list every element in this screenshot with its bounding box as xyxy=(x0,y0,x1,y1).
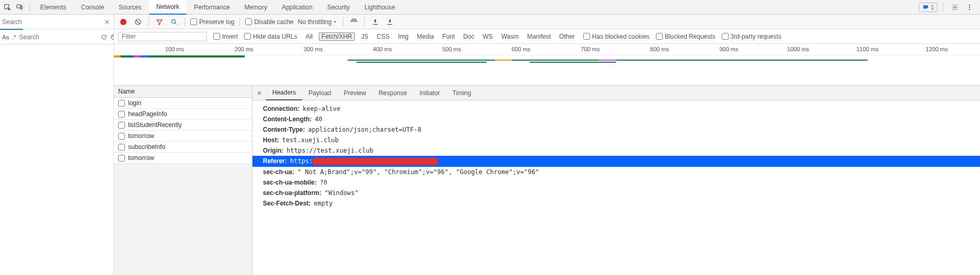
third-party-label: 3rd-party requests xyxy=(731,33,781,40)
tick: 100 ms xyxy=(165,46,184,52)
dtab-payload[interactable]: Payload xyxy=(302,86,337,100)
dtab-headers[interactable]: Headers xyxy=(266,86,302,100)
header-value: keep-alive xyxy=(303,105,340,112)
tab-application[interactable]: Application xyxy=(274,0,320,15)
tick: 1000 ms xyxy=(787,46,809,52)
dtab-timing[interactable]: Timing xyxy=(446,86,478,100)
header-name: Referer: xyxy=(263,157,287,165)
chip-js[interactable]: JS xyxy=(359,32,371,41)
request-row[interactable]: subscribeInfo xyxy=(114,142,252,153)
chip-fetch-xhr[interactable]: Fetch/XHR xyxy=(319,32,355,41)
request-row[interactable]: headPageInfo xyxy=(114,109,252,120)
svg-point-9 xyxy=(120,19,126,25)
tab-sources[interactable]: Sources xyxy=(111,0,149,15)
header-line-selected[interactable]: Referer:https: xyxy=(252,156,980,167)
third-party-checkbox[interactable]: 3rd-party requests xyxy=(722,33,781,40)
row-checkbox[interactable] xyxy=(118,144,125,151)
throttling-select[interactable]: No throttling xyxy=(298,18,338,26)
tick: 200 ms xyxy=(235,46,253,52)
headers-body[interactable]: Connection:keep-alive Content-Length:40 … xyxy=(252,100,980,275)
header-name: sec-ch-ua-platform: xyxy=(263,189,321,197)
filter-input[interactable] xyxy=(118,32,207,41)
hide-data-urls-checkbox[interactable]: Hide data URLs xyxy=(244,33,297,40)
tick: 500 ms xyxy=(442,46,461,52)
hide-data-label: Hide data URLs xyxy=(253,33,297,40)
search-input-2[interactable] xyxy=(19,33,98,41)
record-icon[interactable] xyxy=(118,17,129,27)
clear-icon[interactable] xyxy=(133,17,143,27)
filter-icon[interactable] xyxy=(154,17,165,27)
request-row[interactable]: listStudentRecently xyxy=(114,120,252,131)
timeline-bar xyxy=(512,60,599,61)
disable-cache-checkbox[interactable]: Disable cache xyxy=(245,18,293,26)
header-value: ?0 xyxy=(320,179,327,186)
request-name: headPageInfo xyxy=(128,110,167,118)
preserve-log-label: Preserve log xyxy=(199,18,234,26)
svg-rect-3 xyxy=(923,5,928,8)
header-value: application/json;charset=UTF-8 xyxy=(308,126,421,133)
preserve-log-checkbox[interactable]: Preserve log xyxy=(190,18,234,26)
timeline-overview[interactable]: 100 ms 200 ms 300 ms 400 ms 500 ms 600 m… xyxy=(114,44,980,86)
inspect-icon[interactable] xyxy=(1,1,14,14)
header-name: Sec-Fetch-Dest: xyxy=(263,200,310,207)
chip-css[interactable]: CSS xyxy=(375,32,392,41)
tab-console[interactable]: Console xyxy=(74,0,111,15)
row-checkbox[interactable] xyxy=(118,155,125,162)
refresh-icon[interactable] xyxy=(101,33,107,41)
column-header-name[interactable]: Name xyxy=(114,86,252,98)
close-icon[interactable] xyxy=(103,18,111,26)
header-line: Content-Type:application/json;charset=UT… xyxy=(263,124,980,135)
tab-memory[interactable]: Memory xyxy=(237,0,274,15)
row-checkbox[interactable] xyxy=(118,100,125,107)
tab-network[interactable]: Network xyxy=(149,0,187,15)
search-input[interactable] xyxy=(2,18,103,26)
dtab-preview[interactable]: Preview xyxy=(338,86,373,100)
tab-lighthouse[interactable]: Lighthouse xyxy=(357,0,402,15)
kebab-icon[interactable] xyxy=(963,1,976,14)
tab-performance[interactable]: Performance xyxy=(187,0,237,15)
chip-media[interactable]: Media xyxy=(414,32,436,41)
request-row[interactable]: login xyxy=(114,98,252,109)
row-checkbox[interactable] xyxy=(118,111,125,118)
header-line: sec-ch-ua:" Not A;Brand";v="99", "Chromi… xyxy=(263,167,980,177)
close-icon[interactable]: × xyxy=(252,89,266,97)
request-row[interactable]: tomorrow xyxy=(114,153,252,164)
download-icon[interactable] xyxy=(385,17,395,27)
header-name: Content-Type: xyxy=(263,126,305,133)
upload-icon[interactable] xyxy=(370,17,381,27)
request-name: listStudentRecently xyxy=(128,121,182,129)
tab-security[interactable]: Security xyxy=(320,0,357,15)
blocked-requests-checkbox[interactable]: Blocked Requests xyxy=(656,33,716,40)
gear-icon[interactable] xyxy=(949,1,961,14)
svg-point-5 xyxy=(969,4,970,5)
dtab-initiator[interactable]: Initiator xyxy=(413,86,446,100)
chip-img[interactable]: Img xyxy=(396,32,410,41)
has-blocked-cookies-checkbox[interactable]: Has blocked cookies xyxy=(583,33,650,40)
search-icon[interactable] xyxy=(169,17,179,27)
badge-count: 1 xyxy=(931,4,934,10)
chip-other[interactable]: Other xyxy=(557,32,577,41)
header-name: Host: xyxy=(263,136,279,144)
chip-manifest[interactable]: Manifest xyxy=(525,32,552,41)
match-case-toggle[interactable]: Aa xyxy=(2,34,9,40)
issues-badge[interactable]: 1 xyxy=(919,3,938,12)
row-checkbox[interactable] xyxy=(118,133,125,140)
regex-toggle[interactable]: .* xyxy=(12,34,16,40)
network-panel: Preserve log Disable cache No throttling… xyxy=(114,15,980,275)
dtab-response[interactable]: Response xyxy=(372,86,413,100)
device-mode-icon[interactable] xyxy=(14,1,26,14)
chip-doc[interactable]: Doc xyxy=(461,32,476,41)
network-conditions-icon[interactable] xyxy=(349,17,359,27)
chip-ws[interactable]: WS xyxy=(481,32,495,41)
tab-elements[interactable]: Elements xyxy=(33,0,74,15)
row-checkbox[interactable] xyxy=(118,122,125,129)
tick: 1100 ms xyxy=(856,46,878,52)
separator xyxy=(943,3,943,12)
chip-wasm[interactable]: Wasm xyxy=(499,32,521,41)
chip-font[interactable]: Font xyxy=(440,32,457,41)
header-value: https: xyxy=(290,157,438,165)
request-row[interactable]: tomorrow xyxy=(114,131,252,142)
chip-all[interactable]: All xyxy=(304,32,315,41)
invert-checkbox[interactable]: Invert xyxy=(213,33,238,40)
tick: 300 ms xyxy=(304,46,322,52)
